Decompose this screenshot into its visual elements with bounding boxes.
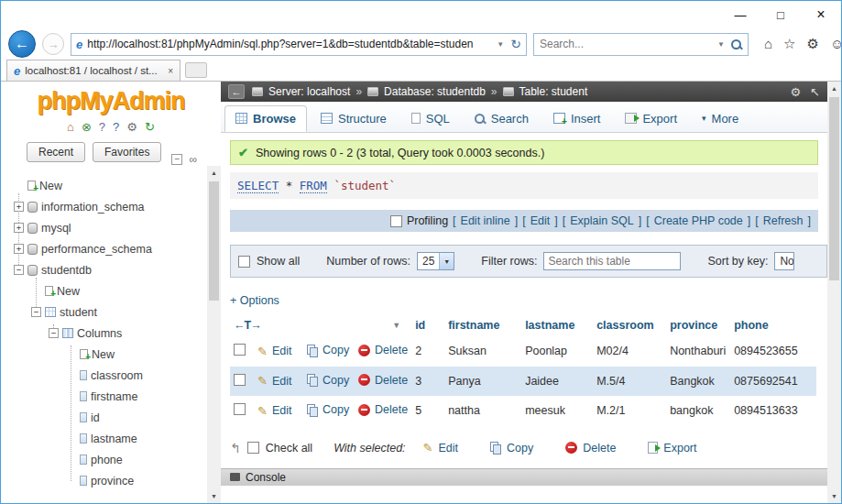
back-button[interactable]: ← — [8, 30, 36, 58]
row-copy-link[interactable]: Copy — [307, 344, 349, 356]
tree-item-mysql[interactable]: +mysql — [6, 217, 217, 238]
check-all-label[interactable]: Check all — [266, 442, 312, 455]
browser-tab[interactable]: e localhost:81 / localhost / st... × — [6, 60, 180, 81]
address-bar[interactable]: e http://localhost:81/phpMyAdmin/sql.php… — [71, 33, 527, 56]
close-button[interactable]: × — [801, 1, 841, 28]
profiling-link-explain-sql[interactable]: Explain SQL — [570, 214, 633, 227]
tree-item-new[interactable]: New — [6, 280, 217, 301]
home-icon[interactable]: ⌂ — [764, 36, 772, 52]
tree-expander-icon[interactable]: − — [14, 265, 24, 275]
row-delete-link[interactable]: Delete — [358, 374, 408, 387]
tab-more[interactable]: ▾More — [691, 105, 749, 132]
tree-expander-icon[interactable]: + — [14, 202, 24, 212]
row-delete-link[interactable]: Delete — [358, 403, 408, 416]
tree-item-information-schema[interactable]: +information_schema — [6, 196, 217, 217]
row-edit-link[interactable]: ✎Edit — [257, 404, 291, 417]
profiling-link-create-php-code[interactable]: Create PHP code — [654, 214, 743, 227]
tree-item-new[interactable]: New — [6, 344, 217, 365]
recent-button[interactable]: Recent — [27, 142, 85, 162]
tab-insert[interactable]: Insert — [542, 105, 612, 132]
tab-browse[interactable]: Browse — [224, 105, 307, 132]
row-checkbox[interactable] — [234, 374, 246, 386]
profiling-checkbox[interactable] — [390, 215, 402, 227]
tree-item-studentdb[interactable]: −studentdb — [6, 259, 217, 280]
column-header-phone[interactable]: phone — [730, 314, 816, 336]
tree-item-province[interactable]: province — [6, 470, 217, 491]
new-tab-button[interactable] — [185, 62, 207, 78]
transpose-toggle[interactable]: ←T→ — [234, 319, 261, 332]
expand-panel-icon[interactable]: ↖ — [810, 85, 820, 99]
phpmyadmin-logo[interactable]: phpMyAdmin — [1, 87, 221, 115]
tree-item-phone[interactable]: phone — [6, 449, 217, 470]
column-header-classroom[interactable]: classroom — [593, 314, 666, 336]
number-of-rows-select[interactable]: 25 ▼ — [417, 252, 454, 270]
tools-gear-icon[interactable]: ⚙ — [807, 36, 819, 52]
favorites-star-icon[interactable]: ☆ — [783, 36, 795, 52]
address-dropdown-icon[interactable]: ▼ — [495, 40, 506, 49]
breadcrumb-table[interactable]: Table: student — [519, 85, 588, 98]
filter-rows-input[interactable] — [543, 252, 681, 270]
tree-expander-icon[interactable]: − — [49, 328, 59, 338]
tab-close-icon[interactable]: × — [168, 66, 173, 76]
profiling-link-edit[interactable]: Edit — [530, 214, 551, 227]
page-settings-icon[interactable]: ⚙ — [790, 85, 801, 99]
refresh-icon[interactable]: ↻ — [510, 37, 521, 51]
reload-navigation-icon[interactable]: ↻ — [145, 120, 155, 134]
with-selected-copy-button[interactable]: Copy — [490, 442, 533, 455]
feedback-smiley-icon[interactable]: ☺ — [830, 36, 842, 52]
row-checkbox[interactable] — [234, 403, 246, 415]
tree-item-student[interactable]: −student — [6, 301, 217, 323]
check-all-checkbox[interactable] — [247, 442, 259, 454]
tab-search[interactable]: Search — [464, 105, 540, 132]
forward-button[interactable]: → — [42, 33, 64, 55]
with-selected-export-button[interactable]: Export — [648, 442, 696, 455]
row-edit-link[interactable]: ✎Edit — [257, 345, 291, 357]
tree-expander-icon[interactable]: + — [14, 223, 24, 233]
pma-logout-icon[interactable]: ⊗ — [82, 120, 92, 134]
pma-docs-icon[interactable]: ? — [99, 120, 105, 134]
tab-sql[interactable]: SQL — [400, 105, 461, 132]
console-label[interactable]: Console — [246, 471, 286, 484]
column-header-id[interactable]: id — [411, 314, 444, 336]
sql-docs-icon[interactable]: ? — [113, 120, 119, 134]
scroll-down-icon[interactable]: ▼ — [827, 489, 841, 503]
column-header-province[interactable]: province — [666, 314, 730, 336]
row-copy-link[interactable]: Copy — [307, 374, 349, 387]
tree-item-id[interactable]: id — [6, 407, 217, 428]
sql-keyword-select[interactable]: SELECT — [237, 179, 279, 193]
search-box[interactable]: Search... ▼ — [533, 33, 749, 56]
search-icon[interactable] — [731, 38, 742, 49]
row-edit-link[interactable]: ✎Edit — [257, 375, 291, 388]
tree-expander-icon[interactable]: − — [31, 307, 41, 317]
tree-item-classroom[interactable]: classroom — [6, 365, 217, 386]
pma-settings-icon[interactable]: ⚙ — [126, 120, 137, 134]
main-scrollbar-thumb[interactable] — [829, 97, 839, 280]
favorites-button[interactable]: Favorites — [93, 142, 161, 162]
breadcrumb-database[interactable]: Database: studentdb — [384, 85, 486, 98]
sort-icon[interactable]: ▼ — [392, 321, 400, 330]
tree-item-columns[interactable]: −Columns — [6, 323, 217, 344]
column-header-firstname[interactable]: firstname — [444, 314, 521, 336]
row-delete-link[interactable]: Delete — [358, 344, 408, 356]
with-selected-delete-button[interactable]: Delete — [565, 442, 616, 455]
link-with-main-panel-icon[interactable]: ∞ — [189, 153, 197, 166]
show-all-checkbox[interactable] — [238, 256, 250, 268]
pma-home-icon[interactable]: ⌂ — [67, 120, 74, 134]
column-header-lastname[interactable]: lastname — [521, 314, 593, 336]
search-dropdown-icon[interactable]: ▼ — [716, 40, 727, 49]
with-selected-edit-button[interactable]: ✎Edit — [423, 442, 458, 455]
row-copy-link[interactable]: Copy — [307, 403, 349, 416]
tab-structure[interactable]: Structure — [310, 105, 398, 132]
tree-expander-icon[interactable]: + — [14, 244, 24, 254]
collapse-all-icon[interactable]: − — [171, 154, 182, 165]
scroll-down-icon[interactable]: ▼ — [207, 489, 221, 503]
tree-item-performance-schema[interactable]: +performance_schema — [6, 238, 217, 259]
tree-item-new[interactable]: New — [6, 175, 217, 196]
url-text[interactable]: http://localhost:81/phpMyAdmin/sql.php?s… — [87, 38, 490, 50]
profiling-link-refresh[interactable]: Refresh — [763, 214, 804, 227]
maximize-button[interactable]: □ — [760, 1, 801, 28]
sql-keyword-from[interactable]: FROM — [300, 179, 327, 193]
sort-by-key-select[interactable]: None ▼ — [774, 252, 794, 270]
breadcrumb-server[interactable]: Server: localhost — [268, 85, 350, 98]
tab-export[interactable]: Export — [614, 105, 688, 132]
